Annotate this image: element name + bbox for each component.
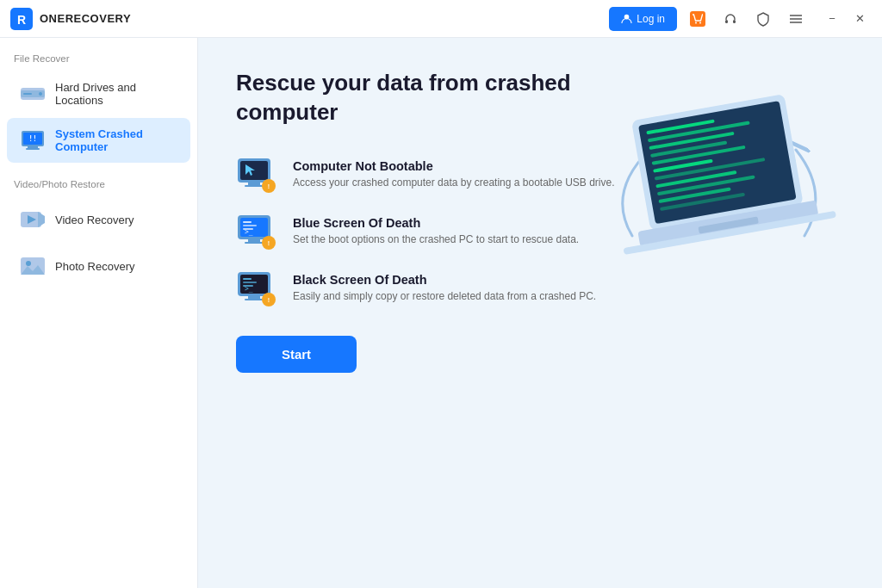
- shield-icon-button[interactable]: [751, 7, 775, 31]
- svg-text:>_: >_: [245, 228, 253, 236]
- close-button[interactable]: ✕: [848, 7, 872, 31]
- bsod-icon: >_ !: [236, 210, 279, 253]
- svg-rect-46: [245, 185, 264, 187]
- bsod-title: Blue Screen Of Death: [293, 216, 579, 230]
- hard-drive-icon: [19, 80, 47, 108]
- svg-point-5: [699, 22, 701, 23]
- sidebar-item-photo-recovery[interactable]: Photo Recovery: [7, 244, 190, 288]
- blackscreen-desc: Easily and simply copy or restore delete…: [293, 289, 596, 304]
- not-bootable-badge: !: [262, 179, 276, 193]
- title-bar-actions: Log in: [609, 7, 872, 31]
- svg-rect-3: [690, 11, 705, 27]
- title-bar: R ONERECOVERY Log in: [0, 0, 882, 38]
- app-name: ONERECOVERY: [40, 12, 131, 25]
- sidebar-item-video-recovery-label: Video Recovery: [55, 214, 134, 226]
- svg-rect-55: [245, 242, 264, 244]
- blackscreen-icon: >_ !: [236, 267, 279, 310]
- support-icon-button[interactable]: [718, 7, 742, 31]
- not-bootable-text: Computer Not Bootable Access your crashe…: [293, 159, 615, 190]
- svg-point-24: [26, 261, 31, 266]
- svg-rect-51: [243, 225, 257, 226]
- system-crashed-icon: !!: [19, 127, 47, 154]
- svg-rect-6: [725, 20, 728, 23]
- cart-icon: [690, 11, 705, 27]
- svg-rect-18: [26, 148, 40, 150]
- sidebar-item-hard-drives-label: Hard Drives and Locations: [55, 81, 178, 107]
- minimize-button[interactable]: −: [820, 7, 844, 31]
- video-recovery-icon: [19, 206, 47, 233]
- svg-text:!!: !!: [28, 135, 37, 143]
- sidebar: File Recover Hard Drives and Locations !…: [0, 38, 198, 588]
- blackscreen-badge: !: [262, 293, 276, 306]
- file-recover-section-label: File Recover: [0, 53, 197, 71]
- menu-icon: [788, 11, 804, 27]
- not-bootable-icon: !: [236, 153, 279, 196]
- svg-text:!: !: [268, 183, 270, 189]
- svg-rect-17: [28, 146, 38, 148]
- not-bootable-desc: Access your crashed computer data by cre…: [293, 176, 615, 190]
- svg-rect-59: [243, 278, 252, 280]
- svg-rect-50: [243, 221, 252, 223]
- svg-text:!: !: [268, 297, 270, 303]
- shield-icon: [755, 11, 771, 27]
- app-logo-icon: R: [10, 8, 33, 30]
- svg-point-4: [695, 22, 697, 23]
- bsod-text: Blue Screen Of Death Set the boot option…: [293, 216, 579, 247]
- login-button[interactable]: Log in: [609, 7, 677, 31]
- blackscreen-title: Black Screen Of Death: [293, 273, 596, 287]
- svg-rect-45: [248, 183, 260, 185]
- content-header: Rescue your data from crashed computer: [236, 69, 581, 127]
- svg-rect-7: [733, 20, 736, 23]
- video-photo-section-label: Video/Photo Restore: [0, 179, 197, 196]
- photo-recovery-icon: [19, 252, 47, 280]
- app-brand: R ONERECOVERY: [10, 8, 131, 30]
- not-bootable-title: Computer Not Bootable: [293, 159, 615, 173]
- svg-marker-21: [38, 212, 45, 227]
- menu-icon-button[interactable]: [784, 7, 808, 31]
- sidebar-item-photo-recovery-label: Photo Recovery: [55, 260, 135, 273]
- content-area: Rescue your data from crashed computer: [198, 38, 882, 588]
- svg-text:>_: >_: [245, 285, 253, 293]
- sidebar-item-system-crashed[interactable]: !! System Crashed Computer: [7, 118, 190, 163]
- cart-icon-button[interactable]: [686, 7, 710, 31]
- user-icon: [621, 13, 632, 24]
- bsod-badge: !: [262, 236, 276, 250]
- svg-text:!: !: [268, 240, 270, 246]
- svg-rect-14: [23, 93, 32, 95]
- svg-rect-54: [248, 239, 260, 242]
- bsod-desc: Set the boot options on the crashed PC t…: [293, 232, 579, 247]
- headset-icon: [723, 11, 738, 27]
- laptop-illustration: [581, 64, 856, 322]
- svg-rect-60: [243, 282, 257, 283]
- main-layout: File Recover Hard Drives and Locations !…: [0, 38, 882, 588]
- sidebar-item-hard-drives[interactable]: Hard Drives and Locations: [7, 71, 190, 116]
- svg-rect-64: [245, 299, 264, 300]
- svg-text:R: R: [17, 13, 26, 27]
- sidebar-item-video-recovery[interactable]: Video Recovery: [7, 197, 190, 242]
- start-button[interactable]: Start: [236, 336, 357, 373]
- svg-rect-63: [248, 296, 260, 299]
- svg-point-13: [39, 92, 42, 96]
- sidebar-item-system-crashed-label: System Crashed Computer: [55, 127, 178, 153]
- blackscreen-text: Black Screen Of Death Easily and simply …: [293, 273, 596, 304]
- window-controls: − ✕: [820, 7, 872, 31]
